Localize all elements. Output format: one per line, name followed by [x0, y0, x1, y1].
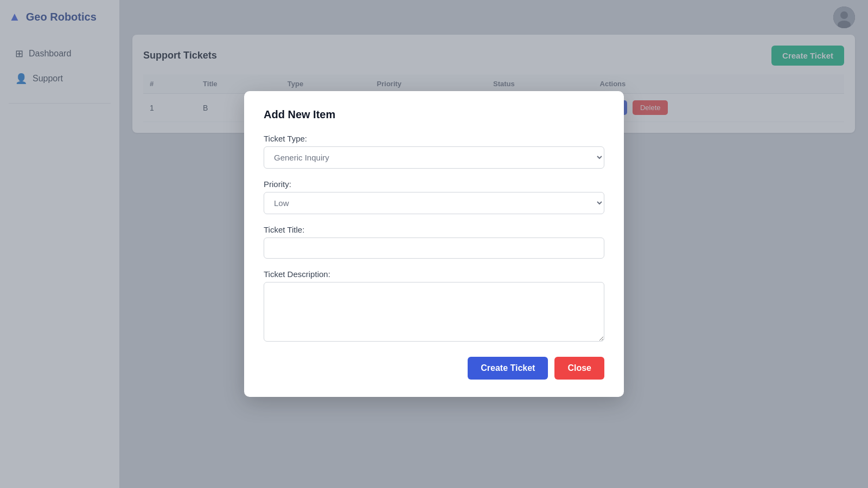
- ticket-title-group: Ticket Title:: [264, 225, 604, 259]
- ticket-type-select[interactable]: Generic Inquiry Bug Report Feature Reque…: [264, 146, 604, 169]
- ticket-type-group: Ticket Type: Generic Inquiry Bug Report …: [264, 134, 604, 169]
- priority-group: Priority: Low Medium High Critical: [264, 179, 604, 214]
- modal-dialog: Add New Item Ticket Type: Generic Inquir…: [244, 91, 624, 397]
- ticket-description-label: Ticket Description:: [264, 269, 604, 279]
- ticket-description-group: Ticket Description:: [264, 269, 604, 344]
- modal-title: Add New Item: [264, 108, 604, 121]
- priority-label: Priority:: [264, 179, 604, 189]
- modal-footer: Create Ticket Close: [264, 357, 604, 380]
- modal-create-ticket-button[interactable]: Create Ticket: [468, 357, 548, 380]
- ticket-title-input[interactable]: [264, 237, 604, 259]
- main-content: Support Tickets Create Ticket # Title Ty…: [119, 0, 868, 488]
- ticket-description-textarea[interactable]: [264, 282, 604, 342]
- modal-overlay: Add New Item Ticket Type: Generic Inquir…: [0, 0, 868, 488]
- modal-close-button[interactable]: Close: [554, 357, 604, 380]
- ticket-title-label: Ticket Title:: [264, 225, 604, 234]
- priority-select[interactable]: Low Medium High Critical: [264, 192, 604, 214]
- ticket-type-label: Ticket Type:: [264, 134, 604, 143]
